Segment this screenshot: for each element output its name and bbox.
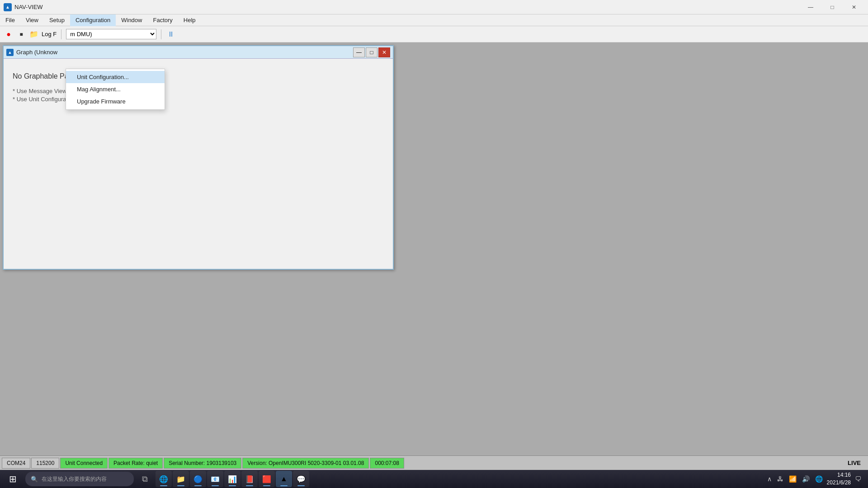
source-select[interactable]: m DMU) [66,29,156,39]
app-icon: ▲ [4,3,12,11]
taskbar-edge[interactable]: 🌐 [156,471,172,487]
menu-setup[interactable]: Setup [44,14,70,26]
taskbar-navview[interactable]: ▲ [276,471,292,487]
record-button[interactable]: ● [4,29,14,39]
pause-button[interactable]: ⏸ [166,29,176,39]
taskbar-chrome[interactable]: 🔵 [190,471,206,487]
menu-window[interactable]: Window [116,14,147,26]
taskbar-chevron[interactable]: ∧ [766,475,773,483]
taskbar-outlook[interactable]: 📧 [207,471,223,487]
search-placeholder[interactable]: 在这里输入你要搜索的内容 [42,475,107,483]
menu-help[interactable]: Help [178,14,201,26]
menu-unit-configuration[interactable]: Unit Configuration... [66,71,165,83]
menu-mag-alignment[interactable]: Mag Alignment... [66,83,165,95]
start-button[interactable]: ⊞ [2,470,24,488]
menu-view[interactable]: View [20,14,44,26]
taskbar-task-view[interactable]: ⧉ [137,471,153,487]
maximize-button[interactable]: □ [822,0,843,14]
minimize-button[interactable]: — [800,0,821,14]
graph-maximize-button[interactable]: □ [366,47,377,57]
status-baud: 115200 [31,458,59,469]
configuration-dropdown: Unit Configuration... Mag Alignment... U… [66,69,165,110]
taskbar-notification[interactable]: 🗨 [854,475,863,483]
menu-configuration[interactable]: Configuration [70,14,116,26]
open-folder-button[interactable]: 📁 [29,29,39,39]
system-clock[interactable]: 14:16 2021/6/28 [827,471,851,487]
clock-time: 14:16 [827,471,851,479]
taskbar-volume[interactable]: 🔊 [801,475,811,483]
graph-window: ▲ Graph (Unknow — □ ✕ No Graphable Packe… [3,45,394,270]
status-version: Version: OpenIMU300RI 5020-3309-01 03.01… [242,458,369,469]
menu-factory[interactable]: Factory [147,14,178,26]
app-title: NAV-VIEW [14,4,43,10]
status-packet-rate: Packet Rate: quiet [108,458,163,469]
status-com: COM24 [2,458,30,469]
taskbar-wechat[interactable]: 💬 [293,471,309,487]
taskbar-globe[interactable]: 🌐 [814,475,824,483]
status-connected: Unit Connected [60,458,108,469]
stop-button[interactable]: ■ [16,29,26,39]
status-serial: Serial Number: 1903139103 [164,458,241,469]
status-time: 000:07:08 [370,458,404,469]
clock-date: 2021/6/28 [827,479,851,487]
menu-upgrade-firmware[interactable]: Upgrade Firmware [66,95,165,108]
taskbar-wifi[interactable]: 📶 [788,475,798,483]
graph-minimize-button[interactable]: — [353,47,365,57]
search-bar[interactable]: 🔍 在这里输入你要搜索的内容 [25,472,134,486]
close-button[interactable]: ✕ [844,0,864,14]
menu-file[interactable]: File [0,14,20,26]
taskbar-network[interactable]: 🖧 [776,475,785,483]
graph-window-icon: ▲ [6,49,14,56]
log-file-label: Log F [42,31,57,38]
graph-window-title: Graph (Unknow [16,49,57,56]
taskbar-excel[interactable]: 📊 [224,471,241,487]
graph-close-button[interactable]: ✕ [378,47,390,57]
taskbar-onenote[interactable]: 🟥 [259,471,275,487]
status-live: LIVE [848,460,866,466]
taskbar-explorer[interactable]: 📁 [173,471,189,487]
taskbar-acrobat[interactable]: 📕 [241,471,258,487]
